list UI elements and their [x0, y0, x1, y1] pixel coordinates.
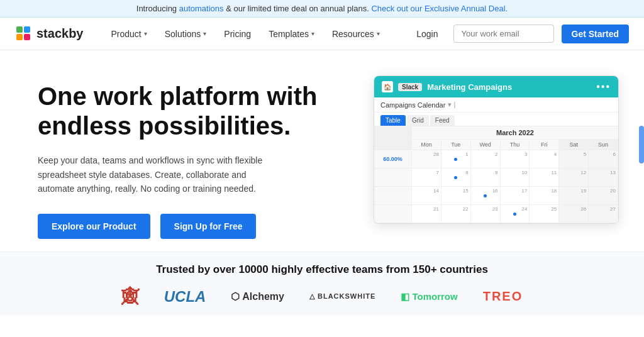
- widget-options[interactable]: •••: [596, 81, 611, 92]
- day-tue: Tue: [441, 140, 471, 150]
- campaigns-label: Campaigns Calendar: [380, 101, 445, 109]
- cal-cell: 6: [589, 150, 618, 168]
- widget-header: 🏠 Slack Marketing Campaigns •••: [374, 76, 618, 97]
- main-nav: stackby Product ▾ Solutions ▾ Pricing Te…: [0, 18, 644, 50]
- tab-table[interactable]: Table: [380, 115, 406, 126]
- day-fri: Fri: [530, 140, 559, 150]
- row-label-4: [374, 205, 412, 223]
- automations-link[interactable]: automations: [179, 4, 224, 13]
- hero-content: One work platform with endless possibili…: [38, 75, 327, 239]
- hero-section: One work platform with endless possibili…: [0, 50, 644, 251]
- cal-month-header: March 2022: [374, 126, 618, 140]
- hero-title: One work platform with endless possibili…: [38, 82, 327, 141]
- day-sat: Sat: [559, 140, 589, 150]
- page-scrollbar[interactable]: [639, 126, 644, 163]
- nav-product[interactable]: Product ▾: [104, 25, 155, 43]
- logo-ucla: UCLA: [164, 288, 206, 306]
- exclusive-deal-link[interactable]: Check out our Exclusive Annual Deal.: [371, 4, 508, 13]
- cal-cell: 20: [589, 187, 618, 204]
- cal-cell: 27: [589, 205, 618, 223]
- logo-alchemy: ⬡ Alchemy: [231, 290, 284, 302]
- cal-row-2: 7 8 9 10 11 12 13: [374, 168, 618, 187]
- explore-product-button[interactable]: Explore our Product: [38, 214, 150, 239]
- cal-cell: 24: [501, 205, 530, 223]
- logo-link[interactable]: stackby: [15, 25, 84, 43]
- cal-cell: 12: [559, 168, 589, 186]
- calendar-grid: March 2022 Mon Tue Wed Thu Fri Sat Sun 6…: [374, 126, 618, 223]
- logo-treo: TREO: [483, 289, 523, 304]
- svg-rect-2: [16, 34, 23, 40]
- solutions-chevron: ▾: [203, 30, 206, 37]
- hero-visual: 🏠 Slack Marketing Campaigns ••• Campaign…: [327, 75, 619, 224]
- product-chevron: ▾: [144, 30, 147, 37]
- cal-cell: 26: [559, 205, 589, 223]
- cal-cell: 9: [471, 168, 501, 186]
- cal-row-4: 21 22 23 24 25 26 27: [374, 205, 618, 223]
- logo-text: stackby: [36, 26, 84, 41]
- row-label-3: [374, 187, 412, 204]
- cal-cell: 28: [412, 150, 441, 168]
- get-started-button[interactable]: Get Started: [562, 25, 629, 43]
- trusted-section: Trusted by over 10000 highly effective t…: [0, 251, 644, 316]
- cal-cell: 19: [559, 187, 589, 204]
- banner-mid-text: & our limited time deal on annual plans.: [224, 4, 372, 13]
- widget-tabs: Table Grid Feed: [374, 113, 618, 126]
- cal-cell: 10: [501, 168, 530, 186]
- cal-cell: 8: [441, 168, 471, 186]
- day-mon: Mon: [412, 140, 441, 150]
- login-button[interactable]: Login: [409, 25, 445, 43]
- trusted-title: Trusted by over 10000 highly effective t…: [25, 263, 619, 276]
- nav-links: Product ▾ Solutions ▾ Pricing Templates …: [104, 25, 409, 43]
- month-label: March 2022: [412, 126, 618, 139]
- cal-day-headers: Mon Tue Wed Thu Fri Sat Sun: [374, 140, 618, 150]
- logo-unknown: 🕸: [121, 286, 139, 307]
- cal-cell: 14: [412, 187, 441, 204]
- svg-rect-1: [24, 26, 30, 33]
- cal-cell: 18: [530, 187, 559, 204]
- nav-pricing[interactable]: Pricing: [216, 25, 258, 43]
- cal-cell: 22: [441, 205, 471, 223]
- cal-cell: 15: [441, 187, 471, 204]
- cal-cell: 21: [412, 205, 441, 223]
- cal-cell: 4: [530, 150, 559, 168]
- svg-rect-0: [16, 26, 23, 33]
- logo-blackswhite: △ BLACKSWHITE: [309, 292, 375, 301]
- announcement-banner: Introducing automations & our limited ti…: [0, 0, 644, 18]
- cal-cell: 16: [471, 187, 501, 204]
- nav-solutions[interactable]: Solutions ▾: [157, 25, 214, 43]
- cal-cell: 23: [471, 205, 501, 223]
- widget-subheader: Campaigns Calendar ▾ |: [374, 97, 618, 113]
- marketing-campaigns-widget: 🏠 Slack Marketing Campaigns ••• Campaign…: [374, 75, 619, 224]
- stackby-logo-icon: [15, 25, 33, 43]
- banner-intro-text: Introducing: [136, 4, 179, 13]
- cal-cell: 3: [501, 150, 530, 168]
- cal-row-1: 60.00% 28 1 2 3 4 5 6: [374, 150, 618, 168]
- logo-tomorrow: ◧ Tomorrow: [401, 291, 457, 302]
- svg-rect-3: [24, 34, 30, 40]
- cal-cell: 1: [441, 150, 471, 168]
- cal-cell: 13: [589, 168, 618, 186]
- tab-feed[interactable]: Feed: [430, 115, 455, 126]
- resources-chevron: ▾: [377, 30, 380, 37]
- day-wed: Wed: [471, 140, 501, 150]
- day-sun: Sun: [589, 140, 618, 150]
- cal-cell: 17: [501, 187, 530, 204]
- slack-badge: Slack: [398, 83, 422, 91]
- signup-button[interactable]: Sign Up for Free: [160, 214, 257, 239]
- cal-cell: 7: [412, 168, 441, 186]
- templates-chevron: ▾: [311, 30, 314, 37]
- nav-templates[interactable]: Templates ▾: [261, 25, 322, 43]
- row-label-2: [374, 168, 412, 186]
- day-thu: Thu: [501, 140, 530, 150]
- hero-subtitle: Keep your data, teams and workflows in s…: [38, 153, 277, 196]
- cal-cell: 11: [530, 168, 559, 186]
- home-icon: 🏠: [382, 81, 393, 92]
- cal-row-3: 14 15 16 17 18 19 20: [374, 187, 618, 205]
- hero-buttons: Explore our Product Sign Up for Free: [38, 214, 327, 239]
- logos-row: 🕸 UCLA ⬡ Alchemy △ BLACKSWHITE ◧ Tomorro…: [25, 286, 619, 307]
- email-input[interactable]: [453, 25, 554, 43]
- tab-grid[interactable]: Grid: [407, 115, 429, 126]
- nav-right: Login Get Started: [409, 25, 629, 43]
- nav-resources[interactable]: Resources ▾: [325, 25, 387, 43]
- widget-title: Marketing Campaigns: [427, 82, 591, 92]
